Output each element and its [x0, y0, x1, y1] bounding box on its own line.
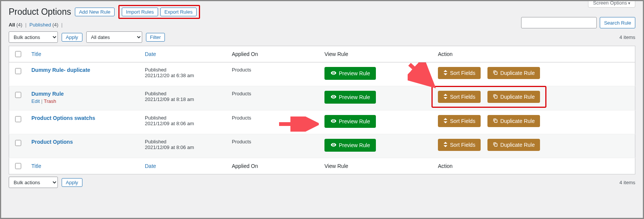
duplicate-rule-button[interactable]: Duplicate Rule: [487, 67, 540, 79]
screen-options-toggle[interactable]: Screen Options: [588, 0, 635, 8]
svg-marker-6: [444, 118, 447, 120]
copy-icon: [493, 70, 498, 76]
import-export-highlight: Import Rules Export Rules: [118, 5, 200, 19]
col-view: View Rule: [324, 51, 348, 57]
search-input[interactable]: [521, 17, 597, 28]
sort-icon: [443, 94, 448, 100]
eye-icon: [331, 142, 337, 149]
row-checkbox[interactable]: [15, 68, 21, 74]
svg-rect-8: [495, 120, 497, 123]
items-count-top: 4 items: [619, 34, 635, 40]
date-filter-select[interactable]: All dates: [86, 31, 142, 43]
copy-icon: [493, 94, 498, 100]
table-row: Product OptionsPublished2021/12/09 at 8:…: [9, 134, 635, 158]
bulk-actions-select-top[interactable]: Bulk actions: [9, 31, 58, 43]
svg-marker-7: [444, 121, 447, 123]
col-applied: Applied On: [232, 51, 258, 57]
svg-marker-4: [444, 97, 447, 99]
rules-table: Title Date Applied On View Rule Action D…: [9, 46, 635, 174]
page-title: Product Options: [9, 7, 71, 17]
row-applied-on: Products: [232, 115, 251, 121]
add-new-rule-button[interactable]: Add New Rule: [75, 8, 115, 16]
filter-button[interactable]: Filter: [146, 33, 165, 42]
row-trash-link[interactable]: Trash: [44, 98, 56, 104]
preview-rule-button[interactable]: Preview Rule: [324, 139, 376, 152]
bulk-apply-button-bottom[interactable]: Apply: [62, 178, 82, 187]
filter-published-link[interactable]: Published: [29, 22, 51, 28]
sort-icon: [443, 142, 448, 148]
col-applied-foot: Applied On: [232, 163, 258, 169]
row-date: 2021/12/09 at 8:18 am: [145, 96, 223, 102]
row-title-link[interactable]: Dummy Rule- duplicate: [31, 67, 90, 73]
bulk-actions-select-bottom[interactable]: Bulk actions: [9, 177, 58, 188]
sort-icon: [443, 70, 448, 76]
app-frame: Screen Options Product Options Add New R…: [0, 0, 644, 219]
search-rule-button[interactable]: Search Rule: [600, 17, 635, 28]
row-title-link[interactable]: Dummy Rule: [31, 91, 64, 97]
row-applied-on: Products: [232, 67, 251, 73]
row-edit-link[interactable]: Edit: [31, 98, 40, 104]
svg-rect-2: [495, 72, 497, 75]
svg-marker-1: [444, 73, 447, 75]
action-buttons-wrap: Sort FieldsDuplicate Rule: [438, 115, 540, 127]
row-title-link[interactable]: Product Options: [31, 139, 73, 145]
svg-marker-10: [444, 145, 447, 147]
row-status: Published: [145, 67, 223, 73]
row-status: Published: [145, 139, 223, 144]
row-title-link[interactable]: Product Options swatchs: [31, 115, 95, 121]
preview-rule-button[interactable]: Preview Rule: [324, 67, 376, 80]
select-all-checkbox-top[interactable]: [15, 51, 21, 57]
import-rules-button[interactable]: Import Rules: [122, 8, 158, 16]
action-buttons-wrap: Sort FieldsDuplicate Rule: [438, 67, 540, 79]
copy-icon: [493, 118, 498, 124]
filter-all-label[interactable]: All: [9, 22, 15, 28]
sort-fields-button[interactable]: Sort Fields: [438, 139, 481, 151]
table-row: Dummy RuleEdit | TrashPublished2021/12/0…: [9, 86, 635, 110]
copy-icon: [493, 142, 498, 148]
row-status: Published: [145, 115, 223, 121]
action-buttons-wrap: Sort FieldsDuplicate Rule: [431, 86, 546, 108]
items-count-bottom: 4 items: [619, 180, 635, 185]
row-date: 2021/12/09 at 8:06 am: [145, 121, 223, 126]
bulk-apply-button-top[interactable]: Apply: [62, 33, 82, 42]
sort-icon: [443, 118, 448, 124]
col-title[interactable]: Title: [31, 51, 41, 57]
table-row: Dummy Rule- duplicatePublished2021/12/20…: [9, 62, 635, 86]
svg-marker-3: [444, 94, 447, 96]
sort-fields-button[interactable]: Sort Fields: [438, 67, 481, 79]
row-checkbox[interactable]: [15, 140, 21, 146]
svg-rect-5: [495, 96, 497, 98]
svg-marker-9: [444, 142, 447, 144]
row-checkbox[interactable]: [15, 116, 21, 122]
col-action-foot: Action: [438, 163, 453, 169]
row-applied-on: Products: [232, 91, 251, 96]
col-date-foot[interactable]: Date: [145, 163, 156, 169]
col-action: Action: [438, 51, 453, 57]
row-date: 2021/12/09 at 8:06 am: [145, 144, 223, 150]
row-checkbox[interactable]: [15, 92, 21, 98]
table-row: Product Options swatchsPublished2021/12/…: [9, 110, 635, 134]
preview-rule-button[interactable]: Preview Rule: [324, 115, 376, 128]
filter-published-count: (4): [53, 22, 59, 28]
filter-all-count: (4): [16, 22, 22, 28]
svg-rect-11: [495, 144, 497, 146]
row-date: 2021/12/20 at 6:38 am: [145, 73, 223, 78]
sort-fields-button[interactable]: Sort Fields: [438, 115, 481, 127]
eye-icon: [331, 118, 337, 125]
col-view-foot: View Rule: [324, 163, 348, 169]
preview-rule-button[interactable]: Preview Rule: [324, 91, 376, 104]
row-applied-on: Products: [232, 139, 251, 144]
duplicate-rule-button[interactable]: Duplicate Rule: [487, 115, 540, 127]
select-all-checkbox-bottom[interactable]: [15, 163, 21, 169]
action-buttons-wrap: Sort FieldsDuplicate Rule: [438, 139, 540, 151]
sort-fields-button[interactable]: Sort Fields: [438, 91, 481, 103]
col-title-foot[interactable]: Title: [31, 163, 41, 169]
eye-icon: [331, 70, 337, 77]
svg-marker-0: [444, 70, 447, 72]
row-status: Published: [145, 91, 223, 96]
col-date[interactable]: Date: [145, 51, 156, 57]
eye-icon: [331, 94, 337, 101]
duplicate-rule-button[interactable]: Duplicate Rule: [487, 91, 540, 103]
export-rules-button[interactable]: Export Rules: [160, 8, 197, 16]
duplicate-rule-button[interactable]: Duplicate Rule: [487, 139, 540, 151]
